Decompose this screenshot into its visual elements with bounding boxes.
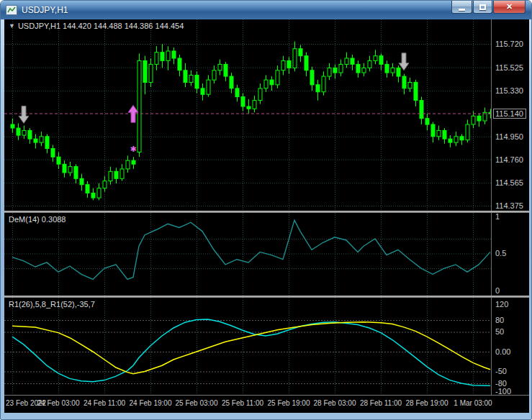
- time-axis-label: 24 Feb 19:00: [128, 399, 173, 407]
- demarker-plot[interactable]: [4, 213, 491, 296]
- time-axis-label: 25 Feb 11:00: [220, 399, 265, 407]
- price-axis-label: 115.720: [495, 40, 523, 48]
- price-chart-panel[interactable]: ✱ ▼USDJPY,H1 144.420 144.488 144.386 144…: [4, 19, 529, 211]
- candle-body: [339, 64, 343, 73]
- minimize-icon: [459, 9, 465, 11]
- candle-body: [235, 88, 239, 97]
- candle-body: [137, 60, 141, 152]
- candle-body: [414, 83, 418, 101]
- candle-body: [264, 80, 268, 88]
- demarker-axis-label: 0: [495, 286, 500, 295]
- price-axis[interactable]: 115.720115.525115.330114.950114.760114.5…: [491, 19, 529, 211]
- candle-body: [218, 64, 222, 70]
- candle-body: [201, 88, 204, 94]
- candle-body: [230, 76, 233, 88]
- oscillator-label: R1(26),5,8_R1(52),-35,7: [9, 300, 95, 309]
- candle-body: [431, 124, 435, 137]
- candle-body: [322, 76, 325, 92]
- candle-body: [17, 128, 20, 135]
- candle-body: [155, 52, 158, 65]
- candle-body: [310, 70, 314, 85]
- candle-body: [189, 76, 193, 83]
- candle-body: [379, 56, 383, 65]
- price-axis-label: 114.950: [495, 132, 523, 141]
- candle-body: [126, 160, 130, 169]
- candle-body: [316, 85, 320, 92]
- candle-body: [305, 56, 308, 70]
- restore-icon: [479, 4, 486, 10]
- candle-body: [120, 169, 124, 178]
- price-axis-label: 114.375: [495, 201, 523, 210]
- oscillator-plot[interactable]: [4, 298, 491, 395]
- time-axis-label: 24 Feb 03:00: [36, 399, 81, 407]
- candle-body: [40, 137, 43, 142]
- chart-window-icon: [6, 5, 17, 15]
- candle-body: [472, 116, 475, 124]
- candle-body: [351, 58, 354, 64]
- chart-dropdown-icon[interactable]: ▼: [9, 22, 15, 29]
- candle-body: [224, 64, 227, 76]
- candle-body: [333, 68, 337, 73]
- candle-body: [460, 137, 464, 140]
- candle-body: [28, 130, 32, 139]
- candle-body: [362, 68, 366, 73]
- maximize-button[interactable]: [473, 1, 492, 14]
- candle-body: [149, 64, 153, 82]
- candle-body: [253, 101, 256, 109]
- minimize-button[interactable]: [451, 1, 472, 14]
- candle-body: [212, 70, 216, 80]
- candle-body: [299, 49, 302, 56]
- close-button[interactable]: ✕: [493, 1, 526, 14]
- candle-body: [97, 188, 101, 198]
- time-axis[interactable]: 23 Feb 202224 Feb 03:0024 Feb 11:0024 Fe…: [4, 395, 529, 413]
- candle-body: [448, 139, 452, 142]
- candle-body: [68, 167, 72, 173]
- candle-body: [22, 130, 26, 135]
- candle-body: [172, 51, 176, 58]
- time-axis-label: 25 Feb 03:00: [174, 399, 219, 407]
- star-marker: ✱: [130, 145, 136, 153]
- oscillator-axis-label: 50: [495, 327, 504, 336]
- oscillator-axis-label: -50: [495, 367, 507, 375]
- candle-body: [408, 83, 412, 88]
- current-price-tag: 115.140: [493, 109, 526, 119]
- demarker-axis[interactable]: 10.50: [491, 213, 529, 296]
- candle-body: [368, 60, 371, 68]
- candle-body: [397, 68, 400, 76]
- candle-body: [57, 157, 60, 164]
- oscillator-indicator-panel[interactable]: R1(26),5,8_R1(52),-35,7 12080500.00-50-8…: [4, 298, 529, 395]
- candle-body: [166, 51, 170, 60]
- chart-client-area: ✱ ▼USDJPY,H1 144.420 144.488 144.386 144…: [4, 19, 529, 413]
- oscillator-axis-label: -100: [495, 387, 511, 395]
- candle-body: [86, 185, 89, 193]
- candlestick-plot[interactable]: ✱: [4, 19, 491, 211]
- window-controls: ✕: [451, 1, 526, 14]
- chart-header: ▼USDJPY,H1 144.420 144.488 144.386 144.4…: [9, 22, 184, 30]
- time-axis-label: 28 Feb 11:00: [359, 399, 403, 407]
- arrow-down-marker: [19, 106, 29, 123]
- candle-body: [356, 64, 360, 73]
- candle-body: [143, 60, 147, 82]
- window-titlebar[interactable]: USDJPY,H1 ✕: [1, 1, 531, 19]
- candle-body: [11, 124, 14, 128]
- candle-body: [247, 106, 251, 109]
- candle-body: [114, 171, 118, 178]
- candle-body: [328, 68, 331, 76]
- candle-body: [287, 60, 291, 68]
- candle-body: [91, 193, 95, 198]
- candle-body: [207, 80, 210, 94]
- candle-body: [258, 88, 262, 101]
- oscillator-axis[interactable]: 12080500.00-50-80-100: [491, 298, 529, 395]
- candle-body: [391, 68, 395, 73]
- candle-body: [345, 58, 348, 64]
- candle-body: [477, 116, 481, 121]
- candle-body: [425, 119, 429, 124]
- ohlc-readout: USDJPY,H1 144.420 144.488 144.386 144.45…: [18, 22, 184, 30]
- candle-body: [443, 130, 446, 139]
- demarker-axis-label: 1: [495, 213, 500, 221]
- candle-body: [161, 52, 164, 61]
- price-axis-label: 114.565: [495, 178, 523, 187]
- candle-body: [109, 171, 112, 181]
- demarker-indicator-panel[interactable]: DeM(14) 0.3088 10.50: [4, 213, 529, 296]
- price-axis-label: 115.525: [495, 63, 523, 72]
